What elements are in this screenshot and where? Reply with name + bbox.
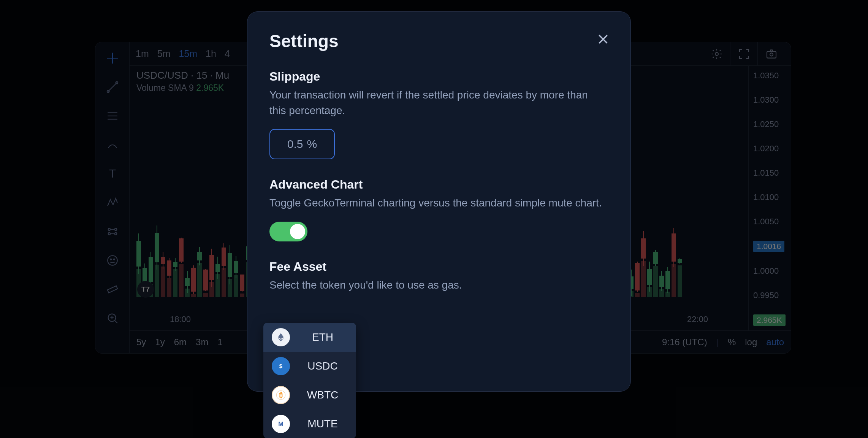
eth-icon — [272, 328, 290, 346]
close-button[interactable] — [594, 30, 612, 48]
slippage-unit: % — [307, 138, 317, 151]
fee-asset-title: Fee Asset — [269, 260, 608, 274]
slippage-input[interactable]: 0.5 % — [269, 129, 335, 159]
wbtc-icon: ₿ — [272, 386, 290, 404]
svg-text:$: $ — [279, 363, 283, 369]
fee-option-usdc[interactable]: $ USDC — [263, 352, 356, 381]
fee-asset-desc: Select the token you'd like to use as ga… — [269, 278, 604, 293]
advanced-chart-toggle[interactable] — [269, 222, 307, 241]
advanced-chart-desc: Toggle GeckoTerminal charting versus the… — [269, 195, 604, 211]
svg-text:M: M — [278, 421, 284, 427]
slippage-title: Slippage — [269, 70, 608, 84]
slippage-desc: Your transaction will revert if the sett… — [269, 87, 604, 118]
mute-icon: M — [272, 415, 290, 433]
toggle-knob — [290, 224, 305, 239]
advanced-chart-title: Advanced Chart — [269, 178, 608, 192]
usdc-icon: $ — [272, 357, 290, 375]
slippage-value: 0.5 — [287, 138, 303, 151]
fee-option-mute[interactable]: M MUTE — [263, 409, 356, 438]
fee-asset-dropdown[interactable]: ETH $ USDC ₿ WBTC M MUTE — [263, 323, 356, 438]
modal-title: Settings — [269, 31, 608, 51]
svg-text:₿: ₿ — [279, 391, 283, 399]
fee-option-wbtc[interactable]: ₿ WBTC — [263, 381, 356, 409]
fee-option-eth[interactable]: ETH — [263, 323, 356, 352]
